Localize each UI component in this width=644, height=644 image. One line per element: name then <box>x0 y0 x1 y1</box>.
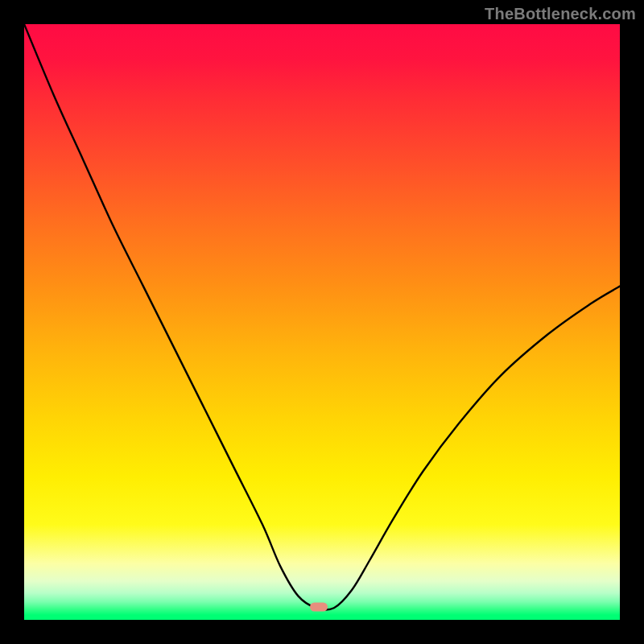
chart-frame: TheBottleneck.com <box>0 0 644 644</box>
minimum-marker <box>310 602 328 611</box>
watermark-text: TheBottleneck.com <box>485 5 636 23</box>
bottleneck-curve <box>24 24 620 620</box>
plot-area <box>24 24 620 620</box>
